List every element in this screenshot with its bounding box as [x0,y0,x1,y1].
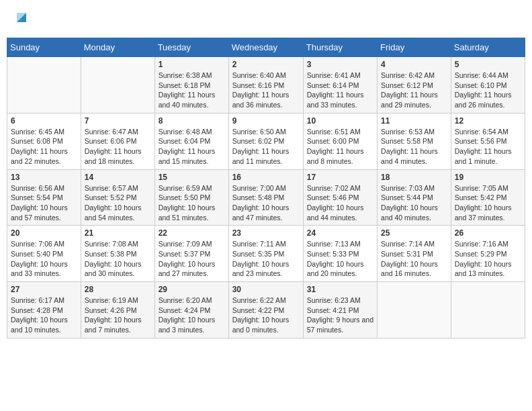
col-sunday: Sunday [7,38,81,57]
day-info: Sunrise: 7:00 AMSunset: 5:48 PMDaylight:… [232,183,300,223]
day-number: 18 [381,173,447,182]
day-number: 1 [159,60,225,69]
week-row-1: 1Sunrise: 6:38 AMSunset: 6:18 PMDaylight… [7,57,525,113]
col-wednesday: Wednesday [228,38,303,57]
day-number: 13 [11,173,77,182]
day-cell-1-3: 1Sunrise: 6:38 AMSunset: 6:18 PMDaylight… [154,57,228,113]
day-number: 9 [232,116,300,126]
day-info: Sunrise: 7:13 AMSunset: 5:33 PMDaylight:… [307,239,373,279]
col-monday: Monday [81,38,154,57]
day-cell-1-6: 4Sunrise: 6:42 AMSunset: 6:12 PMDaylight… [378,57,451,113]
day-cell-5-4: 30Sunrise: 6:22 AMSunset: 4:22 PMDayligh… [228,282,303,338]
day-info: Sunrise: 6:53 AMSunset: 5:58 PMDaylight:… [381,127,447,167]
day-number: 28 [85,285,151,294]
day-cell-4-7: 26Sunrise: 7:16 AMSunset: 5:29 PMDayligh… [451,226,525,282]
day-cell-2-4: 9Sunrise: 6:50 AMSunset: 6:02 PMDaylight… [228,113,303,169]
day-cell-4-6: 25Sunrise: 7:14 AMSunset: 5:31 PMDayligh… [378,226,451,282]
day-cell-3-6: 18Sunrise: 7:03 AMSunset: 5:44 PMDayligh… [378,169,451,226]
day-cell-5-2: 28Sunrise: 6:19 AMSunset: 4:26 PMDayligh… [81,282,154,338]
day-info: Sunrise: 7:05 AMSunset: 5:42 PMDaylight:… [455,183,521,223]
day-info: Sunrise: 6:59 AMSunset: 5:50 PMDaylight:… [159,183,225,223]
day-number: 2 [232,60,300,69]
day-info: Sunrise: 7:06 AMSunset: 5:40 PMDaylight:… [11,239,77,279]
day-cell-3-2: 14Sunrise: 6:57 AMSunset: 5:52 PMDayligh… [81,169,154,226]
day-number: 16 [232,173,300,182]
day-number: 20 [11,228,77,238]
day-cell-3-4: 16Sunrise: 7:00 AMSunset: 5:48 PMDayligh… [228,169,303,226]
day-cell-3-7: 19Sunrise: 7:05 AMSunset: 5:42 PMDayligh… [451,169,525,226]
day-info: Sunrise: 6:45 AMSunset: 6:08 PMDaylight:… [11,127,77,167]
day-number: 30 [232,285,300,294]
day-cell-4-1: 20Sunrise: 7:06 AMSunset: 5:40 PMDayligh… [7,226,81,282]
logo-triangle-icon [14,10,29,25]
day-cell-1-7: 5Sunrise: 6:44 AMSunset: 6:10 PMDaylight… [451,57,525,113]
day-cell-2-2: 7Sunrise: 6:47 AMSunset: 6:06 PMDaylight… [81,113,154,169]
day-cell-4-5: 24Sunrise: 7:13 AMSunset: 5:33 PMDayligh… [303,226,377,282]
week-row-4: 20Sunrise: 7:06 AMSunset: 5:40 PMDayligh… [7,226,525,282]
day-info: Sunrise: 7:03 AMSunset: 5:44 PMDaylight:… [381,183,447,223]
day-cell-1-4: 2Sunrise: 6:40 AMSunset: 6:16 PMDaylight… [228,57,303,113]
day-number: 11 [381,116,447,126]
week-row-3: 13Sunrise: 6:56 AMSunset: 5:54 PMDayligh… [7,169,525,226]
day-info: Sunrise: 7:14 AMSunset: 5:31 PMDaylight:… [381,239,447,279]
day-number: 31 [307,285,373,294]
day-number: 27 [11,285,77,294]
day-info: Sunrise: 7:11 AMSunset: 5:35 PMDaylight:… [232,239,300,279]
day-cell-2-6: 11Sunrise: 6:53 AMSunset: 5:58 PMDayligh… [378,113,451,169]
day-number: 24 [307,228,373,238]
day-number: 10 [307,116,373,126]
day-info: Sunrise: 6:20 AMSunset: 4:24 PMDaylight:… [159,295,225,335]
day-number: 17 [307,173,373,182]
day-info: Sunrise: 7:02 AMSunset: 5:46 PMDaylight:… [307,183,373,223]
day-number: 7 [85,116,151,126]
day-number: 23 [232,228,300,238]
calendar-table: Sunday Monday Tuesday Wednesday Thursday… [7,38,525,338]
day-cell-4-3: 22Sunrise: 7:09 AMSunset: 5:37 PMDayligh… [154,226,228,282]
day-cell-5-3: 29Sunrise: 6:20 AMSunset: 4:24 PMDayligh… [154,282,228,338]
day-info: Sunrise: 7:16 AMSunset: 5:29 PMDaylight:… [455,239,521,279]
day-info: Sunrise: 6:23 AMSunset: 4:21 PMDaylight:… [307,295,373,335]
page-header [7,7,525,31]
day-cell-3-3: 15Sunrise: 6:59 AMSunset: 5:50 PMDayligh… [154,169,228,226]
day-cell-1-1 [7,57,81,113]
day-number: 8 [159,116,225,126]
day-number: 14 [85,173,151,182]
day-number: 4 [381,60,447,69]
day-cell-4-2: 21Sunrise: 7:08 AMSunset: 5:38 PMDayligh… [81,226,154,282]
col-friday: Friday [378,38,451,57]
day-cell-3-5: 17Sunrise: 7:02 AMSunset: 5:46 PMDayligh… [303,169,377,226]
day-number: 12 [455,116,521,126]
col-saturday: Saturday [451,38,525,57]
day-cell-5-1: 27Sunrise: 6:17 AMSunset: 4:28 PMDayligh… [7,282,81,338]
week-row-5: 27Sunrise: 6:17 AMSunset: 4:28 PMDayligh… [7,282,525,338]
day-number: 15 [159,173,225,182]
day-info: Sunrise: 6:42 AMSunset: 6:12 PMDaylight:… [381,71,447,110]
week-row-2: 6Sunrise: 6:45 AMSunset: 6:08 PMDaylight… [7,113,525,169]
day-cell-2-5: 10Sunrise: 6:51 AMSunset: 6:00 PMDayligh… [303,113,377,169]
day-cell-1-2 [81,57,154,113]
day-info: Sunrise: 6:17 AMSunset: 4:28 PMDaylight:… [11,295,77,335]
day-info: Sunrise: 6:57 AMSunset: 5:52 PMDaylight:… [85,183,151,223]
day-cell-4-4: 23Sunrise: 7:11 AMSunset: 5:35 PMDayligh… [228,226,303,282]
day-info: Sunrise: 6:54 AMSunset: 5:56 PMDaylight:… [455,127,521,167]
day-number: 5 [455,60,521,69]
day-cell-5-7 [451,282,525,338]
day-info: Sunrise: 6:48 AMSunset: 6:04 PMDaylight:… [159,127,225,167]
day-info: Sunrise: 6:38 AMSunset: 6:18 PMDaylight:… [159,71,225,110]
day-cell-5-6 [378,282,451,338]
col-thursday: Thursday [303,38,377,57]
day-number: 22 [159,228,225,238]
day-info: Sunrise: 6:41 AMSunset: 6:14 PMDaylight:… [307,71,373,110]
day-info: Sunrise: 6:51 AMSunset: 6:00 PMDaylight:… [307,127,373,167]
day-number: 26 [455,228,521,238]
day-number: 19 [455,173,521,182]
day-info: Sunrise: 7:09 AMSunset: 5:37 PMDaylight:… [159,239,225,279]
day-info: Sunrise: 7:08 AMSunset: 5:38 PMDaylight:… [85,239,151,279]
day-number: 29 [159,285,225,294]
day-cell-5-5: 31Sunrise: 6:23 AMSunset: 4:21 PMDayligh… [303,282,377,338]
day-info: Sunrise: 6:47 AMSunset: 6:06 PMDaylight:… [85,127,151,167]
day-number: 21 [85,228,151,238]
day-info: Sunrise: 6:44 AMSunset: 6:10 PMDaylight:… [455,71,521,110]
day-cell-2-7: 12Sunrise: 6:54 AMSunset: 5:56 PMDayligh… [451,113,525,169]
day-number: 6 [11,116,77,126]
